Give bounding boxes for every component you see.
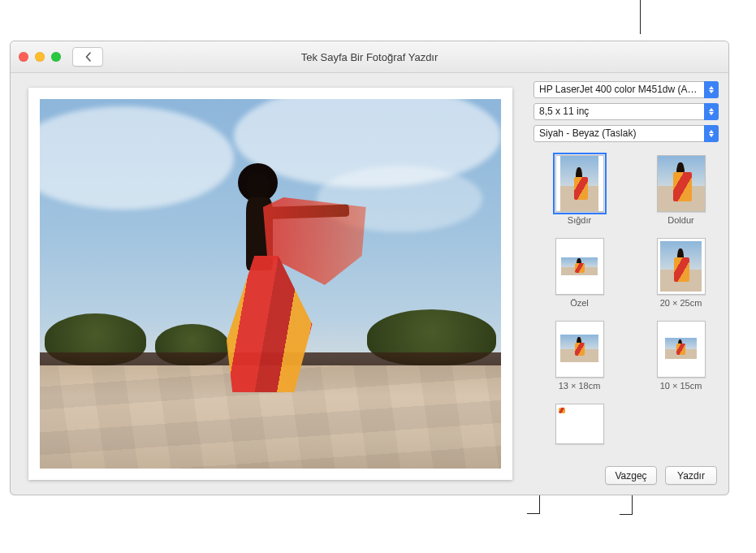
paper-size-select-value: 8,5 x 11 inç — [534, 103, 719, 120]
layout-option-13x18[interactable]: 13 × 18cm — [546, 321, 612, 391]
titlebar: Tek Sayfa Bir Fotoğraf Yazdır — [11, 41, 728, 73]
dialog-buttons: Vazgeç Yazdır — [534, 461, 719, 486]
callout-line — [527, 513, 539, 514]
callout-line — [620, 514, 632, 515]
layout-label: Özel — [570, 298, 589, 308]
layout-option-fill[interactable]: Doldur — [648, 155, 714, 225]
cancel-button[interactable]: Vazgeç — [605, 466, 657, 485]
close-icon[interactable] — [19, 52, 28, 62]
layout-thumb — [657, 155, 706, 212]
print-button[interactable]: Yazdır — [665, 466, 717, 485]
layout-thumb — [555, 238, 604, 295]
quality-select[interactable]: Siyah - Beyaz (Taslak) — [534, 125, 719, 142]
print-sidebar: HP LaserJet 400 color M451dw (A4E7C1) 8,… — [530, 73, 728, 495]
chevron-left-icon — [84, 52, 92, 62]
layout-label: Doldur — [667, 215, 693, 225]
layout-label: Sığdır — [568, 215, 591, 225]
layout-label: 13 × 18cm — [559, 381, 601, 391]
window-content: HP LaserJet 400 color M451dw (A4E7C1) 8,… — [11, 73, 728, 495]
layout-thumb — [657, 321, 706, 378]
preview-pane — [11, 73, 530, 495]
layout-option-10x15[interactable]: 10 × 15cm — [648, 321, 714, 391]
layout-option-20x25[interactable]: 20 × 25cm — [648, 238, 714, 308]
layout-thumb — [555, 321, 604, 378]
zoom-icon[interactable] — [51, 52, 61, 62]
layout-option-fit[interactable]: Sığdır — [546, 155, 612, 225]
print-preview-photo — [40, 99, 501, 469]
layout-option-custom[interactable]: Özel — [546, 238, 612, 308]
minimize-icon[interactable] — [35, 52, 45, 62]
callout-line — [640, 0, 641, 34]
stepper-arrows-icon — [704, 81, 719, 98]
layout-label: 10 × 15cm — [660, 381, 702, 391]
stepper-arrows-icon — [704, 103, 719, 120]
quality-select-value: Siyah - Beyaz (Taslak) — [534, 125, 719, 142]
print-preview-paper — [28, 88, 512, 480]
printer-select-value: HP LaserJet 400 color M451dw (A4E7C1) — [534, 81, 719, 98]
print-window: Tek Sayfa Bir Fotoğraf Yazdır — [10, 41, 729, 495]
back-button[interactable] — [72, 47, 103, 67]
paper-size-select[interactable]: 8,5 x 11 inç — [534, 103, 719, 120]
window-title: Tek Sayfa Bir Fotoğraf Yazdır — [11, 51, 728, 63]
window-controls — [19, 52, 61, 62]
layout-thumb — [657, 238, 706, 295]
layout-grid: Sığdır Doldur — [534, 155, 719, 447]
printer-select[interactable]: HP LaserJet 400 color M451dw (A4E7C1) — [534, 81, 719, 98]
layout-thumb — [555, 404, 604, 444]
layout-label: 20 × 25cm — [660, 298, 702, 308]
stepper-arrows-icon — [704, 125, 719, 142]
layout-option-contact-sheet[interactable] — [546, 404, 612, 447]
layout-thumb — [555, 155, 604, 212]
